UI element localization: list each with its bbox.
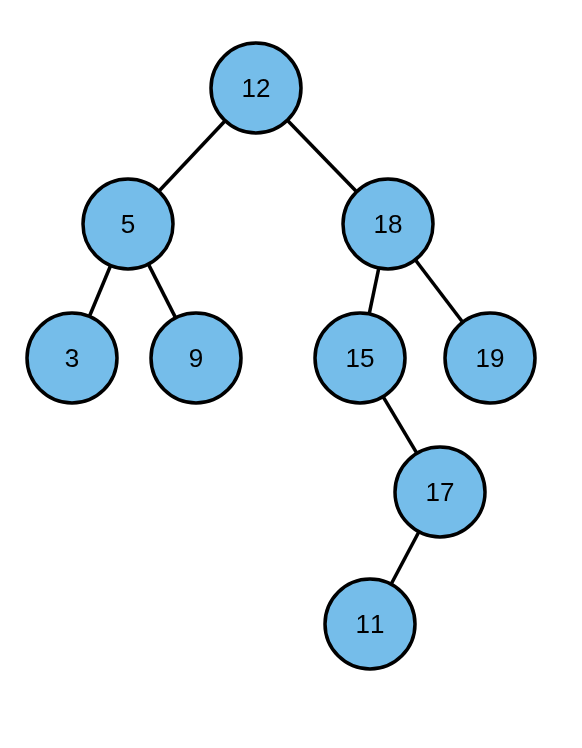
tree-node: 17 xyxy=(395,447,485,537)
node-label: 3 xyxy=(65,343,79,373)
tree-edge xyxy=(415,260,462,322)
node-label: 5 xyxy=(121,209,135,239)
node-label: 11 xyxy=(356,609,385,639)
tree-edge xyxy=(159,121,225,191)
node-label: 9 xyxy=(189,343,203,373)
tree-node: 18 xyxy=(343,179,433,269)
tree-node: 3 xyxy=(27,313,117,403)
tree-node: 5 xyxy=(83,179,173,269)
tree-edge xyxy=(369,268,379,314)
node-label: 12 xyxy=(242,73,271,103)
tree-edge xyxy=(148,264,175,318)
node-label: 19 xyxy=(476,343,505,373)
tree-node: 12 xyxy=(211,43,301,133)
node-label: 18 xyxy=(374,209,403,239)
node-label: 17 xyxy=(426,477,455,507)
tree-node: 11 xyxy=(325,579,415,669)
tree-node: 9 xyxy=(151,313,241,403)
tree-node: 19 xyxy=(445,313,535,403)
nodes-layer: 125183915191711 xyxy=(27,43,535,669)
node-label: 15 xyxy=(346,343,375,373)
binary-tree-diagram: 125183915191711 xyxy=(0,0,582,748)
tree-edge xyxy=(287,120,356,191)
tree-edge xyxy=(391,532,419,584)
tree-node: 15 xyxy=(315,313,405,403)
tree-edge xyxy=(383,397,417,454)
tree-edge xyxy=(89,266,110,317)
